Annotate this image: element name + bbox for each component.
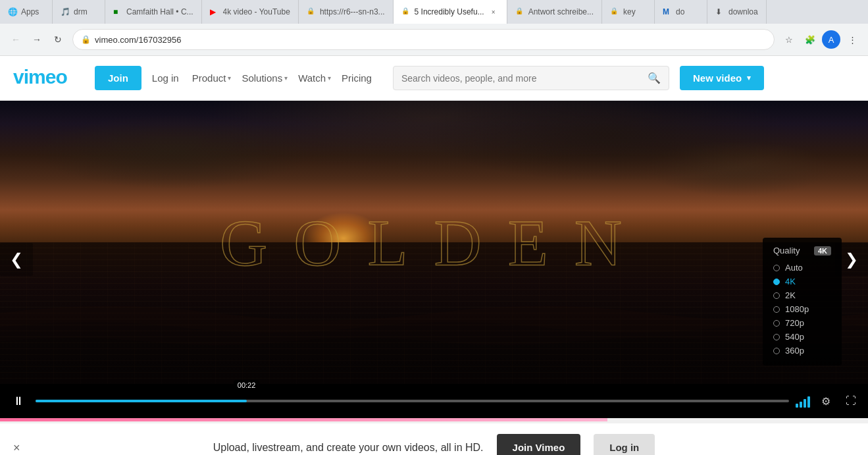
quality-label-540p: 540p	[785, 332, 804, 342]
star-button[interactable]: ☆	[780, 30, 798, 49]
nav-item-pricing[interactable]: Pricing	[342, 72, 372, 84]
svg-text:vimeo: vimeo	[13, 66, 67, 88]
quality-label-auto: Auto	[785, 263, 803, 273]
join-vimeo-button[interactable]: Join Vimeo	[497, 434, 581, 455]
search-button[interactable]: 🔍	[648, 72, 661, 84]
tab-favicon-5inc: 🔒	[401, 7, 411, 16]
browser-tabs: 🌐 Apps 🎵 drm ■ Camfaith Hall • C... ▶ 4k…	[0, 0, 868, 24]
login-link[interactable]: Log in	[152, 72, 179, 84]
quality-radio-auto	[773, 265, 780, 271]
tab-m[interactable]: M do	[655, 0, 707, 24]
nav-chevron-watch: ▾	[328, 74, 331, 82]
browser-chrome: ← → ↻ 🔒 ☆ 🧩 A ⋮	[0, 24, 868, 56]
extensions-button[interactable]: 🧩	[801, 30, 819, 49]
lock-icon: 🔒	[81, 35, 91, 44]
quality-radio-360p	[773, 348, 780, 354]
quality-option-4k[interactable]: 4K	[773, 275, 831, 288]
quality-label: Quality	[773, 246, 800, 255]
tab-https[interactable]: 🔒 https://r6---sn-n3...	[299, 0, 394, 24]
tab-favicon-drm: 🎵	[61, 7, 70, 16]
tab-close-button[interactable]: ×	[488, 7, 499, 17]
refresh-button[interactable]: ↻	[49, 30, 67, 49]
browser-actions: ☆ 🧩 A ⋮	[780, 30, 861, 49]
pause-icon: ⏸	[13, 394, 24, 408]
tab-title-apps: Apps	[21, 7, 44, 16]
quality-label-1080p: 1080p	[785, 304, 809, 314]
tab-apps[interactable]: 🌐 Apps	[0, 0, 53, 24]
tab-5inc[interactable]: 🔒 5 Incredibly Usefu... ×	[394, 0, 507, 24]
quality-option-720p[interactable]: 720p	[773, 316, 831, 330]
nav-chevron-solutions: ▾	[284, 74, 288, 82]
settings-button[interactable]: ⚙	[817, 392, 835, 410]
vol-bar-2	[800, 402, 802, 408]
video-container: GOLDEN ❮ ❯ Quality 4K Auto 4K	[0, 101, 868, 418]
profile-button[interactable]: A	[822, 30, 840, 49]
tab-favicon-download: ⬇	[715, 7, 725, 16]
fullscreen-button[interactable]: ⛶	[842, 392, 860, 410]
tab-antwort[interactable]: 🔒 Antwort schreibe...	[507, 0, 602, 24]
vol-bar-4	[807, 396, 810, 408]
nav-item-product[interactable]: Product ▾	[192, 72, 232, 84]
quality-radio-720p	[773, 320, 780, 327]
tab-favicon-https: 🔒	[307, 7, 316, 16]
fullscreen-icon: ⛶	[846, 395, 856, 407]
quality-option-2k[interactable]: 2K	[773, 288, 831, 302]
tab-title-key: key	[623, 7, 646, 16]
banner-close-button[interactable]: ×	[13, 441, 20, 454]
tab-camfaith[interactable]: ■ Camfaith Hall • C...	[105, 0, 202, 24]
quality-panel: Quality 4K Auto 4K 2K 1080p 720p	[763, 238, 842, 365]
quality-option-360p[interactable]: 360p	[773, 344, 831, 358]
tab-key[interactable]: 🔒 key	[602, 0, 655, 24]
nav-item-watch-label: Watch	[298, 72, 326, 84]
progress-background	[36, 400, 789, 402]
url-input[interactable]	[95, 35, 766, 45]
back-button[interactable]: ←	[7, 30, 25, 49]
quality-option-1080p[interactable]: 1080p	[773, 302, 831, 316]
tab-title-camfaith: Camfaith Hall • C...	[126, 7, 193, 16]
quality-radio-4k	[773, 279, 780, 285]
quality-option-auto[interactable]: Auto	[773, 261, 831, 275]
play-pause-button[interactable]: ⏸	[8, 390, 29, 412]
nav-chevron-product: ▾	[228, 74, 231, 82]
tab-favicon-antwort: 🔒	[515, 7, 524, 16]
vol-bar-3	[804, 399, 806, 408]
video-player[interactable]: GOLDEN ❮ ❯ Quality 4K Auto 4K	[0, 101, 868, 418]
new-video-button[interactable]: New video ▾	[680, 66, 764, 90]
tab-download[interactable]: ⬇ downloa	[707, 0, 767, 24]
chevron-right-icon: ❯	[845, 250, 858, 269]
quality-label-720p: 720p	[785, 318, 804, 328]
tab-favicon-key: 🔒	[610, 7, 619, 16]
nav-item-solutions[interactable]: Solutions ▾	[242, 72, 288, 84]
video-controls-bar: ⏸ 00:22 ⚙ ⛶	[0, 384, 868, 418]
search-input[interactable]	[401, 73, 648, 84]
video-prev-button[interactable]: ❮	[0, 243, 33, 276]
tab-favicon-apps: 🌐	[8, 7, 17, 16]
quality-option-540p[interactable]: 540p	[773, 330, 831, 344]
nav-item-watch[interactable]: Watch ▾	[298, 72, 331, 84]
join-button[interactable]: Join	[95, 66, 141, 90]
tab-drm[interactable]: 🎵 drm	[53, 0, 105, 24]
quality-radio-1080p	[773, 306, 780, 313]
forward-button[interactable]: →	[28, 30, 46, 49]
tab-title-antwort: Antwort schreibe...	[528, 7, 594, 16]
progress-bar-container[interactable]: 00:22	[36, 400, 789, 402]
menu-button[interactable]: ⋮	[843, 30, 861, 49]
nav-item-product-label: Product	[192, 72, 226, 84]
quality-label-360p: 360p	[785, 346, 804, 356]
tab-favicon-camfaith: ■	[113, 7, 122, 16]
quality-label-4k: 4K	[785, 277, 796, 286]
header-search-bar: 🔍	[393, 66, 669, 90]
page-scroll-area	[0, 418, 868, 423]
vimeo-header: vimeo Join Log in Product ▾ Solutions ▾ …	[0, 56, 868, 101]
tab-title-m: do	[676, 7, 699, 16]
address-bar: 🔒	[72, 29, 775, 50]
tab-title-5inc: 5 Incredibly Usefu...	[415, 7, 484, 16]
quality-radio-2k	[773, 292, 780, 299]
tab-favicon-m: M	[663, 7, 672, 16]
login-banner-button[interactable]: Log in	[594, 434, 655, 455]
browser-toolbar: ← → ↻ 🔒 ☆ 🧩 A ⋮	[0, 24, 868, 55]
nav-item-solutions-label: Solutions	[242, 72, 282, 84]
tab-4k[interactable]: ▶ 4k video - YouTube	[202, 0, 299, 24]
quality-header: Quality 4K	[773, 246, 831, 255]
chevron-left-icon: ❮	[10, 250, 23, 269]
